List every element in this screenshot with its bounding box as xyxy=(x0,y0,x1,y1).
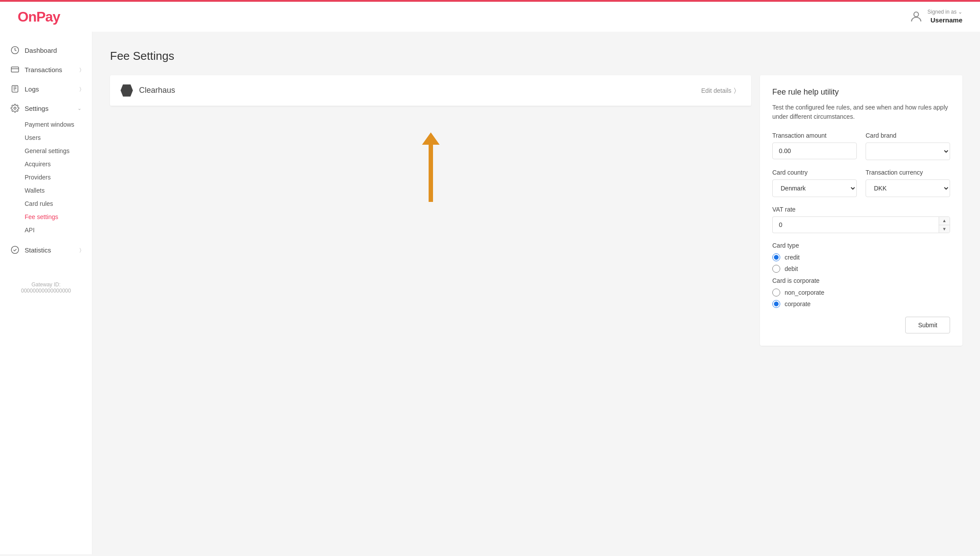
transaction-amount-label: Transaction amount xyxy=(772,132,857,139)
corporate-radio-group: non_corporate corporate xyxy=(772,289,950,308)
user-area[interactable]: Signed in as ⌄ Username xyxy=(909,9,962,24)
card-type-radio-group: credit debit xyxy=(772,253,950,273)
svg-rect-3 xyxy=(12,86,18,92)
vat-rate-spinner: ▲ ▼ xyxy=(772,216,950,233)
sidebar-item-dashboard[interactable]: Dashboard xyxy=(0,40,92,60)
up-arrow xyxy=(422,132,440,202)
card-brand-group: Card brand Visa Mastercard Amex xyxy=(866,132,950,160)
card-country-group: Card country Denmark Sweden Norway Germa… xyxy=(772,169,857,197)
settings-sub-menu: Payment windows Users General settings A… xyxy=(0,118,92,240)
settings-chevron: ⌄ xyxy=(77,106,81,111)
card-brand-label: Card brand xyxy=(866,132,950,139)
statistics-chevron: 〉 xyxy=(80,247,81,253)
card-type-label: Card type xyxy=(772,242,950,249)
non-corporate-option[interactable]: non_corporate xyxy=(772,289,950,296)
form-row-3: VAT rate ▲ ▼ xyxy=(772,206,950,233)
fee-card-header: Clearhaus Edit details 〉 xyxy=(110,75,751,106)
user-text: Signed in as ⌄ Username xyxy=(928,9,962,24)
sidebar-item-transactions[interactable]: Transactions 〉 xyxy=(0,60,92,79)
fee-rule-help-panel: Fee rule help utility Test the configure… xyxy=(760,75,962,346)
svg-point-0 xyxy=(914,12,918,17)
sidebar-item-logs[interactable]: Logs 〉 xyxy=(0,79,92,99)
sidebar-item-acquirers[interactable]: Acquirers xyxy=(0,157,92,171)
edit-details-chevron: 〉 xyxy=(734,87,736,94)
user-icon xyxy=(909,10,923,24)
panel-description: Test the configured fee rules, and see w… xyxy=(772,103,950,121)
gateway-id-value: 00000000000000000 xyxy=(11,288,81,294)
sidebar-item-fee-settings[interactable]: Fee settings xyxy=(0,210,92,223)
sidebar-item-api[interactable]: API xyxy=(0,223,92,237)
settings-icon xyxy=(11,104,19,113)
statistics-icon xyxy=(11,245,19,254)
sidebar: Dashboard Transactions 〉 Logs 〉 Settings xyxy=(0,32,92,554)
transaction-currency-label: Transaction currency xyxy=(866,169,950,176)
edit-details-button[interactable]: Edit details 〉 xyxy=(697,84,741,97)
transaction-amount-input[interactable] xyxy=(772,143,857,159)
clearhaus-icon xyxy=(121,84,133,97)
sidebar-item-wallets[interactable]: Wallets xyxy=(0,184,92,197)
fee-card: Clearhaus Edit details 〉 xyxy=(110,75,751,106)
card-type-credit-label: credit xyxy=(785,254,800,261)
card-brand-select[interactable]: Visa Mastercard Amex xyxy=(866,143,950,160)
logs-icon xyxy=(11,84,19,93)
card-type-debit-label: debit xyxy=(785,265,798,272)
non-corporate-radio[interactable] xyxy=(772,289,780,296)
svg-point-4 xyxy=(14,107,16,110)
vat-rate-group: VAT rate ▲ ▼ xyxy=(772,206,950,233)
transaction-currency-group: Transaction currency DKK EUR USD GBP SEK… xyxy=(866,169,950,197)
card-type-credit-radio[interactable] xyxy=(772,253,780,261)
transaction-currency-select[interactable]: DKK EUR USD GBP SEK NOK xyxy=(866,179,950,197)
non-corporate-label: non_corporate xyxy=(785,289,824,296)
arrow-shaft xyxy=(429,145,433,202)
sidebar-item-general-settings[interactable]: General settings xyxy=(0,144,92,157)
card-is-corporate-label: Card is corporate xyxy=(772,277,950,284)
arrow-area xyxy=(110,115,751,219)
sidebar-item-payment-windows[interactable]: Payment windows xyxy=(0,118,92,131)
vat-rate-input[interactable] xyxy=(772,216,939,233)
arrow-head xyxy=(422,132,440,145)
form-row-1: Transaction amount Card brand Visa Maste… xyxy=(772,132,950,160)
card-type-debit-option[interactable]: debit xyxy=(772,265,950,273)
spinner-up-button[interactable]: ▲ xyxy=(939,217,950,225)
card-country-select[interactable]: Denmark Sweden Norway Germany United Kin… xyxy=(772,179,857,197)
corporate-radio[interactable] xyxy=(772,300,780,308)
dashboard-icon xyxy=(11,46,19,55)
page-title: Fee Settings xyxy=(110,49,962,63)
panel-title: Fee rule help utility xyxy=(772,88,950,97)
gateway-id-label: Gateway ID: xyxy=(11,282,81,288)
transactions-icon xyxy=(11,65,19,74)
transactions-chevron: 〉 xyxy=(80,67,81,73)
corporate-label: corporate xyxy=(785,300,811,307)
layout: Dashboard Transactions 〉 Logs 〉 Settings xyxy=(0,32,980,554)
card-type-credit-option[interactable]: credit xyxy=(772,253,950,261)
corporate-option[interactable]: corporate xyxy=(772,300,950,308)
sidebar-item-users[interactable]: Users xyxy=(0,131,92,144)
sidebar-item-statistics[interactable]: Statistics 〉 xyxy=(0,240,92,260)
clearhaus-name: Clearhaus xyxy=(139,86,175,95)
svg-rect-2 xyxy=(11,67,19,72)
main-content: Fee Settings Clearhaus Edit details 〉 xyxy=(92,32,980,554)
signed-in-as-label: Signed in as ⌄ xyxy=(928,9,962,16)
main-left: Clearhaus Edit details 〉 xyxy=(110,75,751,346)
sidebar-item-providers[interactable]: Providers xyxy=(0,171,92,184)
content-area: Clearhaus Edit details 〉 xyxy=(110,75,962,346)
svg-point-5 xyxy=(11,246,19,254)
gateway-info: Gateway ID: 00000000000000000 xyxy=(0,273,92,303)
logo: OnPay xyxy=(18,9,60,25)
spinner-down-button[interactable]: ▼ xyxy=(939,225,950,233)
top-bar: OnPay Signed in as ⌄ Username xyxy=(0,0,980,32)
edit-details-label: Edit details xyxy=(701,87,731,94)
card-country-label: Card country xyxy=(772,169,857,176)
username-label: Username xyxy=(928,16,962,25)
sidebar-item-settings[interactable]: Settings ⌄ xyxy=(0,99,92,118)
sidebar-item-card-rules[interactable]: Card rules xyxy=(0,197,92,210)
transaction-amount-group: Transaction amount xyxy=(772,132,857,160)
vat-rate-label: VAT rate xyxy=(772,206,950,213)
spinner-buttons: ▲ ▼ xyxy=(939,216,950,233)
card-type-debit-radio[interactable] xyxy=(772,265,780,273)
form-row-2: Card country Denmark Sweden Norway Germa… xyxy=(772,169,950,197)
submit-row: Submit xyxy=(772,317,950,333)
logs-chevron: 〉 xyxy=(80,86,81,92)
submit-button[interactable]: Submit xyxy=(905,317,950,333)
